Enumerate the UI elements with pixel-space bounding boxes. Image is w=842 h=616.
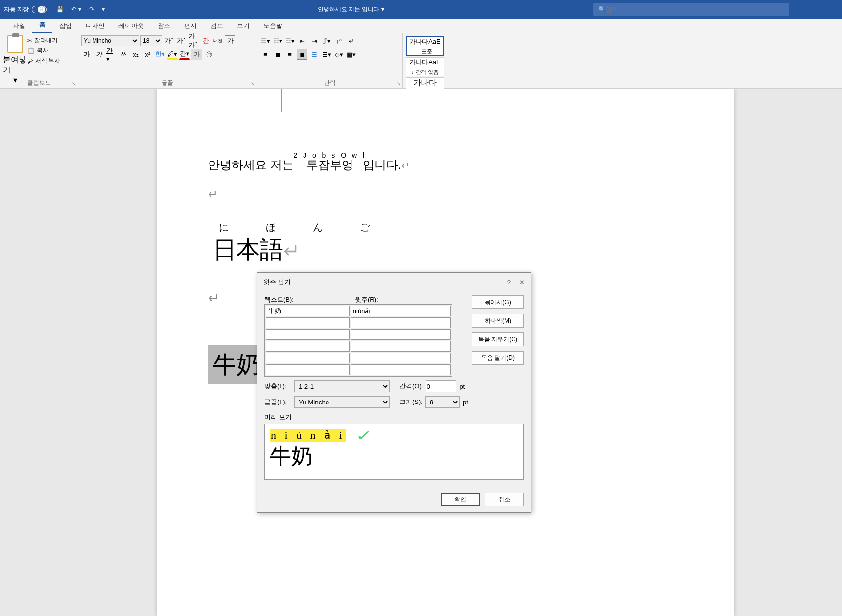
align-right-button[interactable]: ≡ <box>284 49 295 60</box>
save-icon[interactable]: 💾 <box>56 6 64 13</box>
preview-label: 미리 보기 <box>264 413 524 422</box>
redo-icon[interactable]: ↷ <box>89 6 94 13</box>
style-normal[interactable]: 가나다AaE ↓ 표준 <box>406 36 444 56</box>
base-text-input[interactable] <box>266 330 349 339</box>
margin-marker <box>281 89 305 112</box>
paragraph-group: ☰▾ ☷▾ ☲▾ ⇤ ⇥ ⇵▾ ↓ᵃ ↵ ≡ ≣ ≡ ≣ ☰ ☰▾ ◇▾ ▦▾ … <box>257 33 403 88</box>
hangul-hanja-button[interactable]: 내천 <box>212 35 223 46</box>
undo-icon[interactable]: ↶ ▾ <box>71 6 81 13</box>
document-area[interactable]: 안녕하세요 저는 투잡부엉2 J o b s O w l입니다.↵ ↵ に ほ … <box>0 89 842 616</box>
base-text-input[interactable] <box>266 318 349 328</box>
table-row <box>266 317 451 328</box>
base-text-input[interactable] <box>266 306 349 316</box>
show-marks-button[interactable]: ↵ <box>346 35 356 46</box>
dialog-launcher-icon[interactable]: ↘ <box>397 81 400 86</box>
tab-home[interactable]: 홈 <box>32 17 52 33</box>
tab-design[interactable]: 디자인 <box>79 19 112 33</box>
distribute-button[interactable]: ☰ <box>309 49 320 60</box>
document-title[interactable]: 안녕하세요 저는 입니다 ▾ <box>109 5 593 14</box>
ruby-text-input[interactable] <box>351 330 450 339</box>
align-left-button[interactable]: ≡ <box>260 49 271 60</box>
character-shading-button[interactable]: 가 <box>191 49 202 60</box>
tab-insert[interactable]: 삽입 <box>52 19 79 33</box>
phonetic-guide-button[interactable]: 간 <box>200 35 211 46</box>
close-icon[interactable]: ✕ <box>519 279 525 286</box>
base-text-input[interactable] <box>266 341 349 351</box>
superscript-button[interactable]: x² <box>142 49 153 60</box>
multilevel-button[interactable]: ☲▾ <box>284 35 295 46</box>
base-text-input[interactable] <box>266 365 349 375</box>
ok-button[interactable]: 확인 <box>441 493 480 506</box>
help-icon[interactable]: ? <box>507 279 511 286</box>
default-reading-button[interactable]: 독음 달기(D) <box>472 351 524 365</box>
copy-button[interactable]: 📋 복사 <box>27 46 74 56</box>
group-button[interactable]: 묶어서(G) <box>472 295 524 309</box>
justify-button[interactable]: ≣ <box>297 49 307 60</box>
increase-indent-button[interactable]: ⇥ <box>309 35 320 46</box>
search-box[interactable]: 🔍 <box>593 3 789 16</box>
base-text-input[interactable] <box>266 353 349 363</box>
font-name-select[interactable]: Yu Mincho <box>81 35 139 46</box>
search-input[interactable] <box>606 6 784 13</box>
change-case-button[interactable]: 가가ˇ <box>188 35 199 46</box>
align-center-button[interactable]: ≣ <box>272 49 283 60</box>
dialog-launcher-icon[interactable]: ↘ <box>72 81 76 86</box>
enclose-char-button[interactable]: ㉠ <box>204 49 214 60</box>
alignment-select[interactable]: 1-2-1 <box>294 380 390 392</box>
tab-references[interactable]: 참조 <box>151 19 177 33</box>
japanese-text[interactable]: に ほ ん ご 日本語↵ <box>213 221 383 265</box>
bold-button[interactable]: 가 <box>81 49 92 60</box>
qat-customize-icon[interactable]: ▾ <box>102 6 105 13</box>
clear-reading-button[interactable]: 독음 지우기(C) <box>472 332 524 346</box>
tab-help[interactable]: 도움말 <box>257 19 289 33</box>
asian-layout-button[interactable]: ⇵▾ <box>321 35 332 46</box>
preview-box: ✓ n i ú n ǎ i 牛奶 <box>264 424 524 480</box>
toggle-switch[interactable]: 끔 <box>32 6 47 13</box>
line-spacing-button[interactable]: ☰▾ <box>321 49 332 60</box>
group-label: 글꼴 <box>78 79 257 87</box>
font-select[interactable]: Yu Mincho <box>294 396 390 408</box>
tab-view[interactable]: 보기 <box>230 19 257 33</box>
dialog-titlebar[interactable]: 윗주 달기 ? ✕ <box>257 273 531 291</box>
clipboard-group: 붙여넣기 ▾ ✂ 잘라내기 📋 복사 🖌 서식 복사 클립보드 ↘ <box>0 33 78 88</box>
text-line-1[interactable]: 안녕하세요 저는 투잡부엉2 J o b s O w l입니다.↵ <box>181 152 710 173</box>
cancel-button[interactable]: 취소 <box>485 493 524 506</box>
offset-input[interactable] <box>426 380 456 392</box>
tab-mailings[interactable]: 편지 <box>177 19 204 33</box>
sort-button[interactable]: ↓ᵃ <box>333 35 344 46</box>
character-border-button[interactable]: 가 <box>225 35 235 46</box>
dialog-launcher-icon[interactable]: ↘ <box>251 81 255 86</box>
tab-layout[interactable]: 레이아웃 <box>112 19 151 33</box>
ruby-text-input[interactable] <box>351 318 450 328</box>
tab-review[interactable]: 검토 <box>204 19 230 33</box>
style-no-spacing[interactable]: 가나다AaE ↓ 간격 없음 <box>406 57 444 76</box>
ruby-text-input[interactable] <box>351 341 450 351</box>
preview-ruby: n i ú n ǎ i <box>270 429 346 442</box>
decrease-indent-button[interactable]: ⇤ <box>297 35 307 46</box>
ruby-text-input[interactable] <box>351 306 450 316</box>
autosave-toggle[interactable]: 자동 저장 끔 <box>4 5 47 14</box>
mono-button[interactable]: 하나씩(M) <box>472 314 524 328</box>
borders-button[interactable]: ▦▾ <box>346 49 356 60</box>
paste-button[interactable]: 붙여넣기 ▾ <box>3 35 27 85</box>
highlight-button[interactable]: 🖊▾ <box>167 49 178 60</box>
styles-group: 가나다AaE ↓ 표준 가나다AaE ↓ 간격 없음 가나다 제목 1 가나다A… <box>403 33 842 88</box>
subscript-button[interactable]: x₂ <box>130 49 141 60</box>
font-color-button[interactable]: 간▾ <box>179 49 190 60</box>
ruby-text-input[interactable] <box>351 353 450 363</box>
decrease-font-button[interactable]: 가ˇ <box>176 35 187 46</box>
text-effects-button[interactable]: 한▾ <box>155 49 165 60</box>
font-size-select[interactable]: 18 <box>140 35 162 46</box>
shading-button[interactable]: ◇▾ <box>333 49 344 60</box>
format-painter-button[interactable]: 🖌 서식 복사 <box>27 56 74 66</box>
ruby-text-input[interactable] <box>351 365 450 375</box>
strikethrough-button[interactable]: ᆻ <box>118 49 129 60</box>
increase-font-button[interactable]: 가ˆ <box>164 35 174 46</box>
size-select[interactable]: 9 <box>425 396 460 408</box>
bullets-button[interactable]: ☰▾ <box>260 35 271 46</box>
italic-button[interactable]: 가 <box>94 49 104 60</box>
underline-button[interactable]: 간 ▾ <box>106 49 117 60</box>
cut-button[interactable]: ✂ 잘라내기 <box>27 35 74 46</box>
numbering-button[interactable]: ☷▾ <box>272 35 283 46</box>
tab-file[interactable]: 파일 <box>6 19 32 33</box>
